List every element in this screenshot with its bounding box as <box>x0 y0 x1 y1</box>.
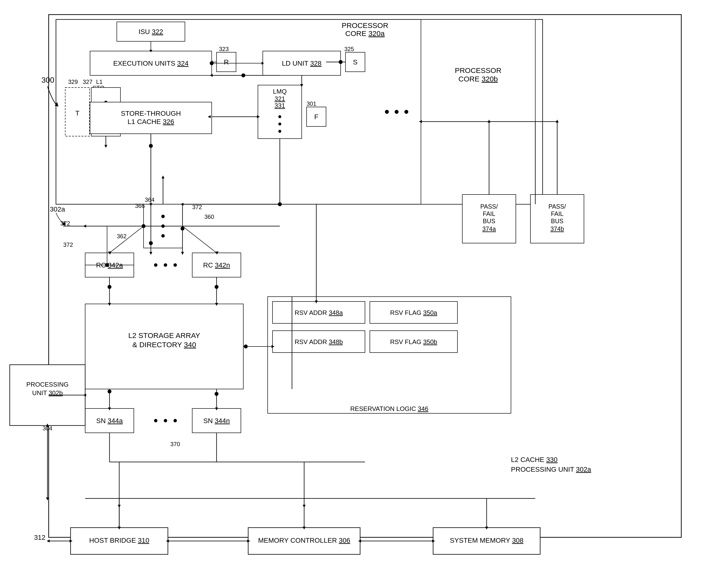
svg-text:364: 364 <box>145 197 155 203</box>
svg-text:PASS/: PASS/ <box>548 203 566 210</box>
diagram-container: PROCESSOR CORE 320a ISU 322 EXECUTION UN… <box>0 0 728 576</box>
svg-point-33 <box>278 115 281 118</box>
svg-text:SN 344n: SN 344n <box>204 417 230 425</box>
svg-text:F: F <box>314 113 318 121</box>
svg-text:ISU 322: ISU 322 <box>138 28 163 35</box>
svg-text:312: 312 <box>34 534 46 541</box>
svg-text:RSV FLAG 350a: RSV FLAG 350a <box>390 309 437 316</box>
svg-text:T: T <box>75 109 79 117</box>
svg-text:CORE 320b: CORE 320b <box>458 75 498 83</box>
svg-point-41 <box>404 110 408 114</box>
svg-text:SN 344a: SN 344a <box>96 417 123 425</box>
svg-text:302a: 302a <box>50 205 65 213</box>
svg-point-34 <box>278 122 281 125</box>
svg-text:EXECUTION UNITS 324: EXECUTION UNITS 324 <box>113 60 189 67</box>
svg-point-143 <box>215 392 218 396</box>
svg-text:BUS: BUS <box>551 218 563 224</box>
svg-text:362: 362 <box>117 233 127 239</box>
svg-point-188 <box>181 227 184 230</box>
svg-point-67 <box>161 234 165 237</box>
svg-text:S: S <box>353 58 358 66</box>
svg-text:321: 321 <box>274 95 285 103</box>
svg-point-140 <box>108 390 111 394</box>
svg-text:374b: 374b <box>550 225 564 232</box>
svg-text:301: 301 <box>306 100 316 107</box>
svg-point-35 <box>278 130 281 133</box>
svg-text:366: 366 <box>135 203 145 209</box>
svg-text:329: 329 <box>68 79 78 85</box>
svg-text:325: 325 <box>344 46 354 52</box>
svg-text:RSV ADDR 348a: RSV ADDR 348a <box>295 309 343 316</box>
svg-text:STORE-THROUGH: STORE-THROUGH <box>121 110 181 117</box>
svg-point-146 <box>244 345 248 348</box>
svg-point-63 <box>173 419 177 422</box>
svg-text:PASS/: PASS/ <box>480 203 498 210</box>
svg-point-40 <box>395 110 399 114</box>
svg-text:331: 331 <box>274 102 285 109</box>
svg-text:372: 372 <box>60 220 70 227</box>
svg-text:RSV ADDR 348b: RSV ADDR 348b <box>295 338 343 346</box>
svg-text:RSV FLAG 350b: RSV FLAG 350b <box>390 338 437 346</box>
svg-point-62 <box>164 419 167 422</box>
svg-text:PROCESSING UNIT 302a: PROCESSING UNIT 302a <box>511 466 591 473</box>
svg-point-65 <box>161 215 165 218</box>
svg-point-54 <box>154 263 157 267</box>
svg-text:RESERVATION LOGIC 346: RESERVATION LOGIC 346 <box>350 405 429 412</box>
svg-text:323: 323 <box>219 46 229 52</box>
svg-point-39 <box>385 110 389 114</box>
svg-text:PROCESSING: PROCESSING <box>26 381 69 388</box>
svg-text:LD UNIT 328: LD UNIT 328 <box>282 60 322 67</box>
svg-point-181 <box>149 241 153 245</box>
svg-text:L2 STORAGE ARRAY: L2 STORAGE ARRAY <box>128 332 200 339</box>
svg-point-134 <box>108 285 111 289</box>
svg-text:R: R <box>224 58 229 66</box>
svg-text:372: 372 <box>192 204 202 210</box>
svg-text:HOST BRIDGE 310: HOST BRIDGE 310 <box>89 537 150 544</box>
processor-core-320a-label: PROCESSOR <box>342 21 388 29</box>
svg-text:& DIRECTORY 340: & DIRECTORY 340 <box>132 341 196 349</box>
svg-text:LMQ: LMQ <box>273 88 287 95</box>
svg-point-56 <box>173 263 177 267</box>
svg-text:RC 342n: RC 342n <box>203 261 230 269</box>
svg-text:BUS: BUS <box>483 218 495 224</box>
svg-point-185 <box>278 202 282 206</box>
svg-text:370: 370 <box>170 441 180 448</box>
svg-text:374a: 374a <box>482 225 496 232</box>
svg-point-61 <box>154 419 157 422</box>
svg-text:L2 CACHE 330: L2 CACHE 330 <box>511 456 558 463</box>
svg-text:L1 CACHE 326: L1 CACHE 326 <box>128 118 174 125</box>
svg-rect-42 <box>421 20 535 204</box>
svg-point-207 <box>241 74 245 77</box>
svg-point-55 <box>164 263 167 267</box>
svg-point-204 <box>339 60 343 64</box>
svg-text:UNIT 302b: UNIT 302b <box>32 389 62 397</box>
svg-text:PROCESSOR: PROCESSOR <box>455 66 502 75</box>
svg-text:MEMORY CONTROLLER 306: MEMORY CONTROLLER 306 <box>258 537 350 544</box>
svg-text:FAIL: FAIL <box>551 210 564 217</box>
svg-point-108 <box>210 61 214 65</box>
svg-text:CORE 320a: CORE 320a <box>345 29 385 37</box>
svg-text:327: 327 <box>83 79 92 85</box>
svg-text:L1: L1 <box>96 79 103 85</box>
svg-text:360: 360 <box>205 213 214 220</box>
svg-text:SYSTEM MEMORY 308: SYSTEM MEMORY 308 <box>450 537 523 544</box>
svg-point-137 <box>215 285 218 289</box>
svg-text:372: 372 <box>63 241 73 248</box>
svg-text:300: 300 <box>42 76 54 84</box>
svg-point-113 <box>149 144 153 148</box>
svg-text:FAIL: FAIL <box>483 210 495 217</box>
